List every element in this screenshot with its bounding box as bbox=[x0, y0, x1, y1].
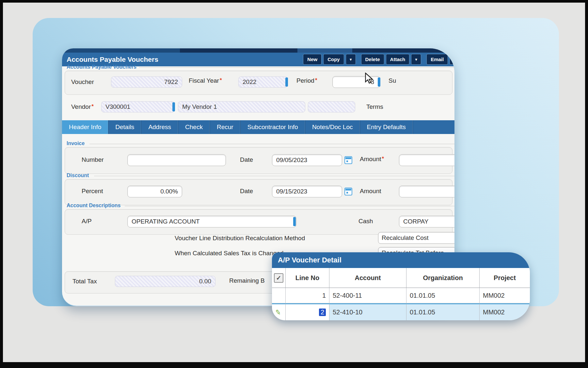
row1-line-no[interactable]: 1 bbox=[286, 288, 329, 303]
detail-titlebar: A/P Voucher Detail bbox=[272, 252, 530, 268]
tab-entry-defaults[interactable]: Entry Defaults bbox=[360, 120, 413, 134]
row1-project[interactable]: MM002 bbox=[480, 288, 530, 303]
invoice-number-label: Number bbox=[82, 156, 104, 163]
col-organization: Organization bbox=[406, 268, 480, 288]
recalc-method-select[interactable]: Recalculate Cost bbox=[378, 232, 454, 244]
invoice-amount-input[interactable] bbox=[399, 154, 454, 166]
account-descriptions-legend: Account Descriptions bbox=[67, 203, 120, 209]
account-descriptions-line bbox=[125, 206, 454, 206]
discount-line bbox=[94, 176, 454, 176]
invoice-date-calendar-icon[interactable] bbox=[344, 156, 352, 164]
total-tax-label: Total Tax bbox=[72, 278, 97, 285]
suffix-label: Su bbox=[389, 77, 396, 84]
vendor-extra-field bbox=[308, 101, 355, 112]
invoice-amount-label: Amount* bbox=[360, 156, 384, 163]
row1-organization[interactable]: 01.01.05 bbox=[406, 288, 480, 303]
sales-tax-changed-label: When Calculated Sales Tax is Changed bbox=[175, 250, 283, 257]
remaining-label: Remaining B bbox=[229, 277, 265, 284]
period-label: Period* bbox=[296, 77, 317, 84]
vendor-code-field: V300001 bbox=[101, 101, 175, 112]
discount-percent-input[interactable] bbox=[127, 186, 182, 197]
invoice-date-input[interactable] bbox=[272, 154, 342, 166]
vendor-name-field: My Vendor 1 bbox=[178, 101, 305, 112]
vendor-lookup-icon[interactable] bbox=[172, 102, 175, 111]
legend-line bbox=[139, 67, 454, 68]
cash-label: Cash bbox=[358, 218, 373, 225]
row-edit-pencil-icon: ✎ bbox=[275, 308, 281, 316]
ap-input[interactable] bbox=[127, 216, 296, 227]
ap-label: A/P bbox=[82, 218, 92, 225]
fiscal-year-lookup-icon[interactable] bbox=[285, 77, 288, 87]
ap-voucher-detail-panel: A/P Voucher Detail ✓ Line No Account Org… bbox=[272, 252, 530, 320]
email-button[interactable]: Email bbox=[426, 54, 448, 65]
invoice-date-label: Date bbox=[240, 156, 253, 163]
recalc-method-label: Voucher Line Distribution Recalculation … bbox=[175, 235, 305, 242]
row2-account[interactable]: 52-410-10 bbox=[329, 303, 406, 320]
col-line-no: Line No bbox=[286, 268, 329, 288]
mouse-cursor-icon bbox=[365, 73, 375, 86]
invoice-box bbox=[65, 147, 453, 174]
tab-address[interactable]: Address bbox=[141, 120, 178, 134]
vendor-label: Vendor* bbox=[71, 103, 94, 110]
col-project: Project bbox=[480, 268, 530, 288]
row2-line-no[interactable]: 2 bbox=[286, 303, 329, 320]
window-top-band bbox=[62, 48, 454, 53]
col-account: Account bbox=[329, 268, 406, 288]
vouchers-legend: Accounts Payable Vouchers bbox=[67, 64, 136, 70]
tab-notes-doc-loc[interactable]: Notes/Doc Loc bbox=[305, 120, 360, 134]
fiscal-year-field: 2022 bbox=[238, 76, 288, 88]
delete-button[interactable]: Delete bbox=[361, 54, 384, 65]
new-button[interactable]: New bbox=[303, 54, 322, 65]
row1-account[interactable]: 52-400-11 bbox=[329, 288, 406, 303]
screenshot-stage: Accounts Payable Vouchers New Copy ▼ Del… bbox=[0, 0, 588, 368]
select-all-checkbox[interactable]: ✓ bbox=[274, 273, 283, 283]
cash-input[interactable] bbox=[399, 216, 454, 227]
attach-button[interactable]: Attach bbox=[386, 54, 410, 65]
ap-lookup-icon[interactable] bbox=[293, 217, 296, 226]
discount-date-input[interactable] bbox=[272, 186, 342, 197]
terms-label: Terms bbox=[366, 103, 383, 110]
tab-subcontractor-info[interactable]: Subcontractor Info bbox=[241, 120, 305, 134]
period-lookup-icon[interactable] bbox=[378, 77, 380, 87]
attach-dropdown-icon[interactable]: ▼ bbox=[411, 54, 421, 65]
tab-details[interactable]: Details bbox=[108, 120, 141, 134]
discount-legend: Discount bbox=[67, 173, 89, 178]
discount-amount-label: Amount bbox=[360, 188, 381, 195]
toolbar: New Copy ▼ Delete Attach ▼ Email A bbox=[303, 54, 454, 65]
row2-organization[interactable]: 01.01.05 bbox=[406, 303, 480, 320]
discount-amount-input[interactable] bbox=[399, 186, 454, 197]
tab-recur[interactable]: Recur bbox=[210, 120, 241, 134]
detail-table: ✓ Line No Account Organization Project 1… bbox=[272, 268, 530, 320]
window-title: Accounts Payable Vouchers bbox=[67, 56, 158, 63]
invoice-line bbox=[89, 144, 454, 144]
total-tax-field: 0.00 bbox=[115, 276, 215, 287]
discount-box bbox=[65, 179, 453, 205]
fiscal-year-label: Fiscal Year* bbox=[189, 77, 222, 84]
voucher-label: Voucher bbox=[71, 78, 94, 86]
voucher-field: 7922 bbox=[111, 76, 182, 88]
discount-date-label: Date bbox=[240, 188, 253, 195]
select-all-header-cell: ✓ bbox=[272, 268, 286, 288]
tab-header-info[interactable]: Header Info bbox=[62, 120, 108, 134]
discount-date-calendar-icon[interactable] bbox=[344, 188, 352, 195]
copy-dropdown-icon[interactable]: ▼ bbox=[346, 54, 356, 65]
row1-select-cell[interactable] bbox=[272, 288, 286, 303]
invoice-number-input[interactable] bbox=[127, 154, 226, 166]
discount-percent-label: Percent bbox=[82, 188, 103, 195]
detail-title: A/P Voucher Detail bbox=[278, 256, 342, 264]
tab-check[interactable]: Check bbox=[178, 120, 210, 134]
invoice-legend: Invoice bbox=[67, 141, 85, 146]
copy-button[interactable]: Copy bbox=[323, 54, 344, 65]
tab-bar: Header Info Details Address Check Recur … bbox=[62, 120, 454, 134]
